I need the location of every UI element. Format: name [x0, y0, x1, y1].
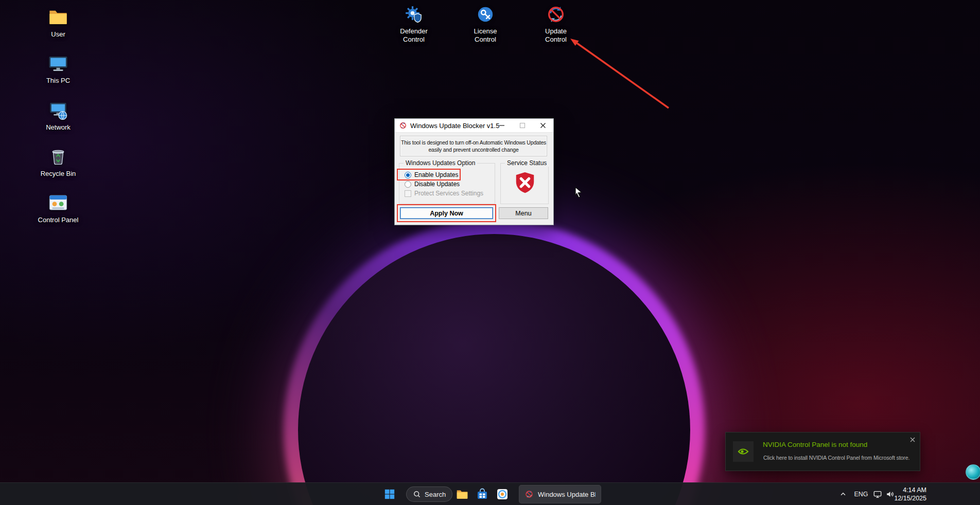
- taskbar: Search Windows Update Blocker ENG 4:14 A…: [0, 482, 980, 505]
- network-tray-icon: [873, 490, 882, 499]
- desktop-icon-label: Control Panel: [38, 216, 79, 224]
- close-icon: [909, 437, 916, 443]
- search-label: Search: [425, 491, 446, 498]
- desktop-icon-user[interactable]: User: [35, 6, 81, 39]
- maximize-icon: [519, 122, 526, 129]
- menu-button[interactable]: Menu: [499, 207, 548, 219]
- tray-language[interactable]: ENG: [853, 483, 869, 505]
- recycle-bin-icon: [47, 146, 69, 167]
- mouse-cursor: [572, 186, 585, 198]
- network-icon: [47, 99, 69, 121]
- microsoft-store-button[interactable]: [472, 484, 493, 504]
- microsoft-store-icon: [476, 488, 489, 501]
- radio-button[interactable]: [405, 181, 411, 188]
- windows-start-icon: [384, 489, 395, 500]
- photos-button[interactable]: [492, 484, 513, 504]
- language-label: ENG: [854, 491, 868, 498]
- disable-updates-radio[interactable]: Disable Updates: [405, 180, 460, 188]
- desktop-icon-label: Defender Control: [397, 27, 431, 44]
- notification-title[interactable]: NVIDIA Control Panel is not found: [763, 441, 867, 448]
- user-folder-icon: [47, 6, 69, 28]
- description-line1: This tool is designed to turn off-on Aut…: [401, 139, 546, 146]
- desktop-icon-license-control[interactable]: License Control: [461, 4, 510, 44]
- minimize-button[interactable]: [492, 119, 512, 132]
- start-button[interactable]: [379, 484, 400, 504]
- license-control-icon: [475, 4, 496, 25]
- description-box: This tool is designed to turn off-on Aut…: [400, 136, 547, 156]
- description-line2: easily and prevent uncontrolled change: [428, 146, 518, 153]
- taskbar-search[interactable]: Search: [406, 486, 452, 502]
- tray-chevron-button[interactable]: [837, 483, 849, 505]
- window-title: Windows Update Blocker v1.5: [410, 122, 499, 130]
- app-icon: [399, 121, 407, 130]
- nvidia-eye-icon: [736, 444, 750, 459]
- maximize-button[interactable]: [512, 119, 533, 132]
- search-icon: [413, 490, 421, 498]
- control-panel-icon: [47, 192, 69, 213]
- desktop-icon-label: Network: [46, 123, 71, 132]
- annotation-arrow: [556, 30, 679, 117]
- menu-label: Menu: [515, 210, 531, 217]
- checkbox-label: Protect Services Settings: [414, 190, 483, 197]
- radio-label: Disable Updates: [414, 181, 460, 188]
- photos-icon: [496, 488, 509, 501]
- defender-control-icon: [404, 4, 424, 25]
- file-explorer-button[interactable]: [452, 484, 472, 504]
- this-pc-icon: [47, 52, 69, 74]
- group-title: Service Status: [505, 159, 549, 167]
- notification-body[interactable]: Click here to install NVIDIA Control Pan…: [763, 455, 909, 461]
- desktop-icon-label: Recycle Bin: [41, 170, 76, 178]
- close-icon: [540, 122, 546, 129]
- desktop-icon-defender-control[interactable]: Defender Control: [389, 4, 439, 44]
- tray-network-button[interactable]: [871, 483, 884, 505]
- group-title: Windows Updates Option: [404, 159, 477, 167]
- minimize-icon: [499, 122, 505, 129]
- desktop-icon-recycle-bin[interactable]: Recycle Bin: [35, 146, 81, 178]
- desktop-icon-control-panel[interactable]: Control Panel: [35, 192, 81, 224]
- desktop: User This PC Network Recycle Bin Control…: [0, 0, 980, 505]
- floating-widget[interactable]: [966, 464, 980, 480]
- desktop-icon-network[interactable]: Network: [35, 99, 81, 132]
- close-button[interactable]: [533, 119, 553, 132]
- update-blocker-icon: [524, 489, 534, 499]
- service-status-group: Service Status: [500, 163, 549, 204]
- tray-date: 12/15/2025: [894, 494, 926, 502]
- desktop-icon-label: This PC: [46, 77, 70, 85]
- desktop-icon-this-pc[interactable]: This PC: [35, 52, 81, 85]
- tray-time: 4:14 AM: [894, 486, 926, 494]
- taskbar-app-label: Windows Update Blocker: [538, 491, 596, 498]
- checkbox[interactable]: [405, 190, 411, 197]
- annotation-box-apply-now: [397, 204, 496, 222]
- annotation-box-enable-updates: [397, 169, 461, 181]
- update-control-icon: [546, 4, 566, 25]
- service-stopped-shield-icon: [513, 171, 537, 194]
- desktop-icon-label: User: [51, 30, 65, 39]
- taskbar-app-update-blocker[interactable]: Windows Update Blocker: [519, 485, 601, 503]
- nvidia-notification[interactable]: NVIDIA Control Panel is not found Click …: [725, 432, 920, 471]
- protect-services-checkbox[interactable]: Protect Services Settings: [405, 189, 483, 197]
- notification-close-button[interactable]: [908, 436, 917, 444]
- file-explorer-icon: [456, 488, 469, 501]
- update-blocker-window: Windows Update Blocker v1.5 This tool is…: [394, 118, 554, 225]
- nvidia-logo: [733, 441, 754, 462]
- chevron-up-icon: [839, 491, 847, 498]
- desktop-icon-label: License Control: [468, 27, 502, 44]
- taskbar-clock[interactable]: 4:14 AM 12/15/2025: [894, 486, 926, 502]
- speaker-icon: [885, 490, 895, 499]
